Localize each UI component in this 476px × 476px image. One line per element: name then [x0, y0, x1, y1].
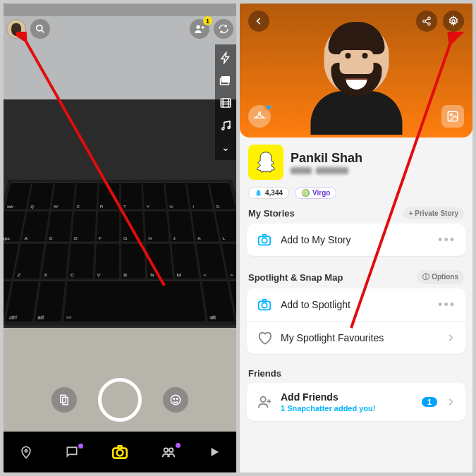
add-friend-icon: [257, 394, 272, 410]
bitmoji-avatar[interactable]: [305, 25, 408, 145]
status-bar: [4, 4, 236, 16]
section-title-stories: My Stories: [248, 208, 295, 219]
chevron-right-icon: [446, 333, 456, 343]
film-icon[interactable]: [219, 97, 232, 109]
camera-tools: ⌄: [215, 44, 236, 160]
more-icon[interactable]: •••: [438, 233, 456, 248]
more-tools-icon[interactable]: ⌄: [221, 142, 230, 153]
svg-point-28: [261, 397, 266, 402]
info-icon: ⓘ: [422, 273, 429, 281]
options-chip[interactable]: ⓘOptions: [417, 270, 464, 284]
camera-icon: [257, 297, 272, 312]
svg-point-16: [169, 448, 173, 453]
svg-rect-4: [221, 99, 231, 107]
svg-point-27: [262, 303, 267, 307]
spotlight-favourites-row[interactable]: My Spotlight Favourites: [247, 321, 465, 354]
svg-point-15: [164, 448, 168, 453]
music-icon[interactable]: [219, 119, 232, 132]
friend-count-badge: 1: [422, 397, 437, 407]
svg-point-0: [37, 25, 42, 31]
svg-point-14: [117, 450, 123, 456]
outfit-button[interactable]: [248, 105, 271, 128]
section-title-friends: Friends: [248, 368, 281, 379]
profile-screen: Pankil Shah 4,344 ♍ Virgo My Stories: [240, 4, 472, 472]
more-icon[interactable]: •••: [438, 298, 456, 312]
add-to-story-label: Add to My Story: [281, 234, 429, 245]
snap-score-value: 4,344: [265, 189, 283, 197]
flip-camera-button[interactable]: [214, 19, 233, 39]
user-name: Pankil Shah: [291, 151, 362, 166]
settings-button[interactable]: [443, 11, 464, 32]
zodiac-pill[interactable]: ♍ Virgo: [295, 187, 336, 199]
svg-point-1: [196, 25, 200, 29]
profile-content: Pankil Shah 4,344 ♍ Virgo My Stories: [240, 138, 472, 472]
profile-avatar-button[interactable]: [6, 19, 26, 39]
shutter-button[interactable]: [98, 378, 142, 422]
snapcode[interactable]: [248, 145, 283, 180]
add-friend-button[interactable]: [190, 19, 209, 39]
camera-icon: [257, 232, 272, 248]
share-button[interactable]: [416, 11, 437, 32]
svg-point-20: [428, 23, 431, 25]
search-button[interactable]: [30, 19, 50, 39]
lens-button[interactable]: [163, 387, 188, 413]
notification-dot: [265, 104, 272, 111]
image-icon: [446, 110, 459, 123]
svg-point-25: [262, 238, 267, 243]
nav-map[interactable]: [19, 445, 33, 459]
username-handle: [291, 167, 362, 174]
svg-point-23: [450, 114, 452, 116]
add-friends-label: Add Friends: [281, 391, 413, 403]
flash-icon[interactable]: [219, 51, 232, 64]
bottom-nav: [4, 432, 236, 472]
svg-point-5: [222, 128, 224, 130]
hanger-icon: [253, 110, 266, 123]
share-icon: [422, 16, 432, 26]
layers-icon[interactable]: [219, 74, 232, 87]
back-button[interactable]: [248, 11, 269, 32]
svg-point-12: [25, 450, 28, 452]
add-friends-sub: 1 Snapchatter added you!: [281, 404, 413, 413]
add-to-spotlight-label: Add to Spotlight: [281, 299, 429, 310]
profile-header: [240, 4, 472, 138]
search-icon: [35, 24, 45, 34]
chevron-right-icon: [446, 397, 456, 407]
stories-card: Add to My Story •••: [247, 224, 465, 256]
friends-card: Add Friends 1 Snapchatter added you! 1: [247, 383, 465, 421]
flip-icon: [218, 23, 229, 35]
heart-icon: [257, 330, 272, 346]
background-button[interactable]: [441, 105, 464, 128]
photo-subject-keyboard: tabQWERTYUIO capsASDFGHJKL shiftZXCVBNM<…: [4, 180, 236, 326]
private-story-chip[interactable]: + Private Story: [403, 207, 464, 219]
nav-stories[interactable]: [161, 444, 176, 460]
add-to-spotlight-row[interactable]: Add to Spotlight •••: [247, 288, 465, 321]
gear-icon: [448, 16, 459, 27]
snap-score-pill[interactable]: 4,344: [248, 187, 289, 199]
svg-point-21: [452, 20, 455, 23]
svg-point-9: [171, 395, 181, 405]
cards-icon: [58, 393, 71, 406]
ghost-icon: [252, 149, 279, 176]
virgo-icon: ♍: [301, 189, 310, 197]
section-title-spotlight: Spotlight & Snap Map: [248, 272, 343, 283]
svg-point-19: [423, 20, 426, 23]
chevron-left-icon: [254, 16, 264, 26]
spotlight-card: Add to Spotlight ••• My Spotlight Favour…: [247, 288, 465, 354]
add-to-story-row[interactable]: Add to My Story •••: [247, 224, 465, 256]
nav-spotlight[interactable]: [208, 446, 221, 458]
svg-point-18: [428, 17, 431, 20]
svg-point-10: [173, 398, 175, 400]
nav-camera[interactable]: [111, 443, 129, 461]
spotlight-favourites-label: My Spotlight Favourites: [281, 332, 437, 343]
add-friend-icon: [194, 23, 205, 35]
ghost-icon: [255, 189, 262, 197]
add-friends-row[interactable]: Add Friends 1 Snapchatter added you! 1: [247, 383, 465, 421]
nav-chat[interactable]: [65, 445, 79, 459]
svg-point-11: [177, 398, 178, 400]
camera-screen: tabQWERTYUIO capsASDFGHJKL shiftZXCVBNM<…: [4, 4, 236, 472]
smiley-icon: [169, 393, 182, 406]
svg-point-6: [228, 127, 230, 129]
memories-button[interactable]: [51, 387, 77, 413]
zodiac-label: Virgo: [312, 189, 330, 197]
